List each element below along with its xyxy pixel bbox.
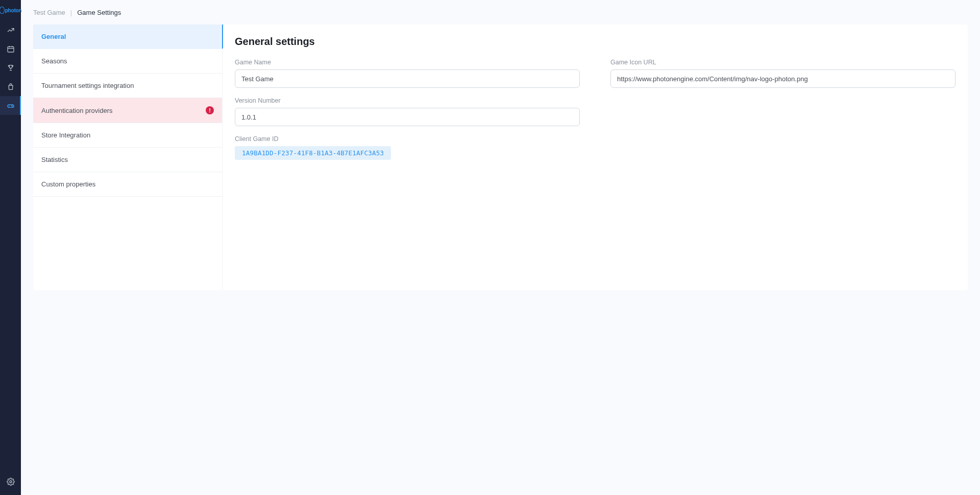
version-input[interactable] [235, 108, 580, 126]
calendar-icon [7, 45, 15, 53]
global-sidebar: photon [0, 0, 21, 495]
breadcrumb: Test Game | Game Settings [33, 0, 968, 25]
nav-tournaments[interactable] [0, 58, 21, 77]
svg-rect-0 [8, 46, 14, 52]
breadcrumb-current: Game Settings [77, 9, 121, 16]
tab-label: Authentication providers [41, 107, 112, 114]
gamepad-icon [7, 102, 15, 110]
tab-label: Statistics [41, 156, 68, 163]
svg-point-11 [10, 481, 12, 483]
error-icon: ! [206, 106, 214, 114]
tab-label: Store Integration [41, 131, 90, 139]
tab-label: General [41, 33, 66, 40]
logo-icon [0, 7, 5, 14]
nav-game-settings[interactable] [0, 96, 21, 115]
trend-icon [7, 26, 15, 34]
gear-icon [7, 478, 15, 486]
tab-seasons[interactable]: Seasons [33, 49, 222, 74]
breadcrumb-sep: | [70, 9, 72, 16]
tab-store-integration[interactable]: Store Integration [33, 123, 222, 148]
tab-custom-properties[interactable]: Custom properties [33, 172, 222, 197]
tab-label: Custom properties [41, 180, 95, 188]
tab-label: Seasons [41, 57, 67, 65]
client-id-label: Client Game ID [235, 135, 580, 143]
tab-label: Tournament settings integration [41, 82, 134, 89]
game-icon-input[interactable] [610, 69, 955, 88]
tab-authentication-providers[interactable]: Authentication providers ! [33, 98, 222, 123]
game-name-input[interactable] [235, 69, 580, 88]
panel-heading: General settings [235, 36, 955, 48]
nav-dashboard[interactable] [0, 20, 21, 39]
game-name-label: Game Name [235, 59, 580, 66]
breadcrumb-parent[interactable]: Test Game [33, 9, 65, 16]
tab-tournament-settings-integration[interactable]: Tournament settings integration [33, 74, 222, 98]
tab-general[interactable]: General [33, 25, 222, 49]
bag-icon [7, 83, 15, 91]
logo-text: photon [5, 8, 22, 13]
trophy-icon [7, 64, 15, 72]
svg-point-10 [12, 106, 12, 106]
nav-settings[interactable] [7, 472, 15, 491]
settings-panel: General settings Game Name Version Numbe… [222, 25, 968, 290]
nav-store[interactable] [0, 77, 21, 96]
game-icon-label: Game Icon URL [610, 59, 955, 66]
settings-tabs: General Seasons Tournament settings inte… [33, 25, 222, 290]
version-label: Version Number [235, 97, 580, 104]
nav-calendar[interactable] [0, 39, 21, 58]
client-id-value[interactable]: 1A9BA1DD-F237-41F8-B1A3-4B7E1AFC3A53 [235, 146, 391, 160]
svg-point-9 [11, 105, 12, 106]
logo[interactable]: photon [0, 0, 21, 20]
tab-statistics[interactable]: Statistics [33, 148, 222, 172]
